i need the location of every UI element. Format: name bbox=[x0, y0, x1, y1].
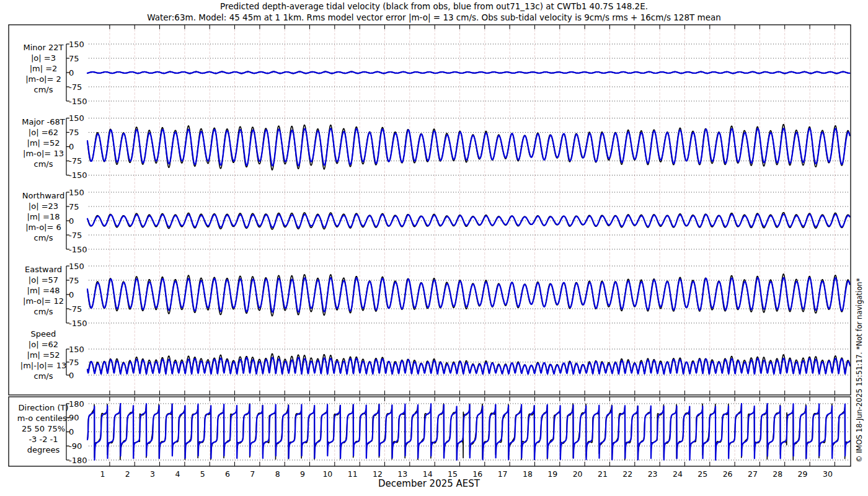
panel-eastward-ytick: 75 bbox=[69, 277, 79, 285]
x-axis-day-label: 17 bbox=[494, 470, 512, 478]
x-axis-day-label: 1 bbox=[93, 470, 112, 478]
panel-direction-ytick: 180 bbox=[69, 400, 84, 408]
panel-major-ytick: -150 bbox=[69, 171, 87, 179]
panel-minor-ytick: 0 bbox=[69, 69, 74, 77]
panel-northward-ytick: -150 bbox=[69, 246, 87, 254]
panel-minor-ytick: -150 bbox=[69, 97, 87, 105]
panel-eastward-ytick: 150 bbox=[69, 262, 84, 270]
x-axis-day-label: 21 bbox=[593, 470, 612, 478]
x-axis-day-label: 30 bbox=[818, 470, 837, 478]
panel-major-ytick: 150 bbox=[69, 114, 84, 122]
panel-minor-ytick: -75 bbox=[69, 83, 82, 91]
x-axis-day-label: 7 bbox=[243, 470, 262, 478]
panel-speed-ytick: 150 bbox=[69, 345, 84, 353]
x-axis-day-label: 23 bbox=[644, 470, 662, 478]
x-axis-title: December 2025 AEST bbox=[0, 478, 858, 489]
x-axis-day-label: 20 bbox=[569, 470, 587, 478]
x-axis-day-label: 24 bbox=[668, 470, 687, 478]
panel-eastward-ytick: -75 bbox=[69, 305, 82, 313]
x-axis-day-label: 27 bbox=[743, 470, 762, 478]
x-axis-day-label: 25 bbox=[693, 470, 712, 478]
panel-northward-ytick: -75 bbox=[69, 231, 82, 239]
panel-eastward-ytick: 0 bbox=[69, 291, 74, 299]
panel-direction-ytick: -90 bbox=[69, 442, 82, 450]
x-axis-day-label: 11 bbox=[343, 470, 362, 478]
x-axis-day-label: 15 bbox=[443, 470, 462, 478]
plot-canvas bbox=[0, 0, 868, 496]
panel-northward-ytick: 0 bbox=[69, 217, 74, 225]
x-axis-day-label: 22 bbox=[618, 470, 637, 478]
panel-major-ytick: 75 bbox=[69, 128, 79, 136]
panel-minor-ytick: 150 bbox=[69, 40, 84, 48]
x-axis-day-label: 8 bbox=[268, 470, 287, 478]
panel-speed-ytick: 0 bbox=[69, 371, 74, 379]
x-axis-day-label: 12 bbox=[368, 470, 387, 478]
panel-direction-ytick: -180 bbox=[69, 456, 87, 464]
panel-speed-info-line: Speed bbox=[2, 329, 84, 339]
x-axis-day-label: 14 bbox=[418, 470, 437, 478]
x-axis-day-label: 6 bbox=[218, 470, 237, 478]
x-axis-day-label: 5 bbox=[193, 470, 212, 478]
panel-major-ytick: -75 bbox=[69, 157, 82, 165]
panel-eastward-ytick: -150 bbox=[69, 319, 87, 327]
x-axis-day-label: 10 bbox=[318, 470, 337, 478]
x-axis-day-label: 3 bbox=[143, 470, 162, 478]
panel-minor-ytick: 75 bbox=[69, 55, 79, 63]
panel-northward-ytick: 75 bbox=[69, 203, 79, 211]
x-axis-day-label: 13 bbox=[393, 470, 412, 478]
panel-speed-ytick: 75 bbox=[69, 358, 79, 366]
panel-major-ytick: 0 bbox=[69, 143, 74, 151]
x-axis-day-label: 29 bbox=[794, 470, 812, 478]
x-axis-day-label: 18 bbox=[518, 470, 537, 478]
x-axis-day-label: 28 bbox=[768, 470, 787, 478]
x-axis-day-label: 26 bbox=[719, 470, 737, 478]
x-axis-day-label: 4 bbox=[168, 470, 187, 478]
watermark-credit: © IMOS 18-Jun-2025 15:51:17. *Not for na… bbox=[855, 278, 864, 463]
x-axis-day-label: 9 bbox=[293, 470, 312, 478]
x-axis-day-label: 2 bbox=[118, 470, 137, 478]
panel-direction-ytick: 90 bbox=[69, 414, 79, 422]
x-axis-day-label: 19 bbox=[543, 470, 562, 478]
panel-northward-ytick: 150 bbox=[69, 188, 84, 197]
x-axis-day-label: 16 bbox=[468, 470, 487, 478]
tidal-velocity-figure: Predicted depth-average tidal velocity (… bbox=[0, 0, 868, 496]
panel-direction-ytick: 0 bbox=[69, 428, 74, 436]
